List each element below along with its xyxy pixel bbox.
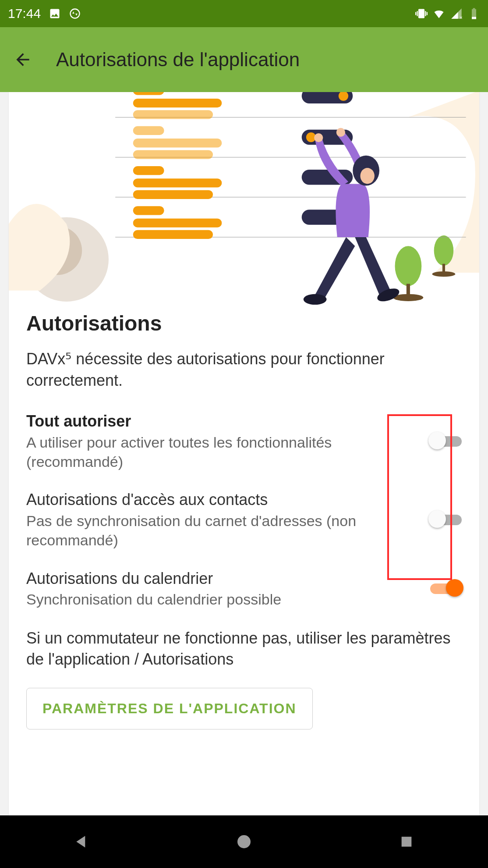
nav-back[interactable] bbox=[68, 829, 95, 855]
svg-rect-20 bbox=[133, 166, 164, 175]
row-allow-all-title: Tout autoriser bbox=[26, 411, 420, 432]
circle-home-icon bbox=[236, 834, 252, 850]
hint-text: Si un commutateur ne fonctionne pas, uti… bbox=[26, 628, 462, 670]
sync-icon bbox=[69, 7, 81, 20]
section-description: DAVx⁵ nécessite des autorisations pour f… bbox=[26, 349, 462, 391]
toggle-calendar[interactable] bbox=[430, 580, 462, 598]
svg-rect-21 bbox=[133, 178, 222, 187]
app-bar: Autorisations de l'application bbox=[0, 27, 488, 92]
content: Autorisations DAVx⁵ nécessite des autori… bbox=[0, 92, 488, 815]
image-icon bbox=[49, 7, 61, 20]
svg-rect-40 bbox=[402, 837, 412, 847]
navigation-bar bbox=[0, 815, 488, 868]
svg-point-33 bbox=[304, 294, 327, 305]
wifi-icon bbox=[433, 7, 445, 20]
row-calendar-sub: Synchronisation du calendrier possible bbox=[26, 590, 420, 609]
svg-rect-17 bbox=[133, 126, 164, 135]
nav-home[interactable] bbox=[231, 829, 257, 855]
card: Autorisations DAVx⁵ nécessite des autori… bbox=[9, 92, 479, 815]
svg-rect-14 bbox=[133, 92, 164, 95]
toggle-allow-all[interactable] bbox=[430, 433, 462, 450]
battery-icon bbox=[468, 7, 480, 20]
row-calendar-title: Autorisations du calendrier bbox=[26, 569, 420, 589]
permissions-illustration bbox=[9, 92, 479, 311]
svg-point-35 bbox=[314, 133, 323, 142]
app-settings-button[interactable]: PARAMÈTRES DE L'APPLICATION bbox=[26, 688, 313, 729]
svg-point-4 bbox=[395, 246, 421, 286]
toggle-contacts[interactable] bbox=[430, 511, 462, 529]
svg-rect-25 bbox=[133, 230, 213, 239]
back-button[interactable] bbox=[11, 47, 35, 72]
svg-rect-18 bbox=[133, 139, 222, 147]
section-title: Autorisations bbox=[26, 311, 462, 335]
svg-rect-19 bbox=[133, 150, 213, 159]
svg-rect-23 bbox=[133, 206, 164, 215]
status-bar: 17:44 × bbox=[0, 0, 488, 27]
signal-icon: × bbox=[450, 7, 463, 20]
arrow-back-icon bbox=[13, 50, 32, 69]
svg-rect-16 bbox=[133, 110, 213, 119]
status-left: 17:44 bbox=[8, 6, 81, 21]
triangle-back-icon bbox=[73, 833, 90, 850]
row-calendar: Autorisations du calendrier Synchronisat… bbox=[26, 569, 462, 609]
svg-rect-24 bbox=[133, 219, 222, 228]
vibrate-icon bbox=[415, 7, 428, 20]
row-allow-all-sub: A utiliser pour activer toutes les fonct… bbox=[26, 433, 420, 471]
row-allow-all: Tout autoriser A utiliser pour activer t… bbox=[26, 411, 462, 471]
row-contacts-sub: Pas de synchronisation du carnet d'adres… bbox=[26, 511, 420, 550]
svg-rect-22 bbox=[133, 190, 213, 199]
row-contacts-title: Autorisations d'accès aux contacts bbox=[26, 490, 420, 510]
svg-point-9 bbox=[432, 271, 456, 277]
svg-point-0 bbox=[71, 9, 80, 18]
svg-point-7 bbox=[434, 235, 454, 266]
nav-recent[interactable] bbox=[393, 829, 420, 855]
svg-rect-15 bbox=[133, 99, 222, 107]
svg-point-39 bbox=[237, 835, 251, 848]
svg-point-38 bbox=[360, 168, 374, 184]
svg-point-36 bbox=[336, 128, 345, 137]
status-time: 17:44 bbox=[8, 6, 41, 21]
app-title: Autorisations de l'application bbox=[56, 49, 300, 71]
square-recent-icon bbox=[399, 834, 414, 849]
svg-text:×: × bbox=[460, 14, 463, 20]
row-contacts: Autorisations d'accès aux contacts Pas d… bbox=[26, 490, 462, 550]
status-right: × bbox=[415, 7, 480, 20]
